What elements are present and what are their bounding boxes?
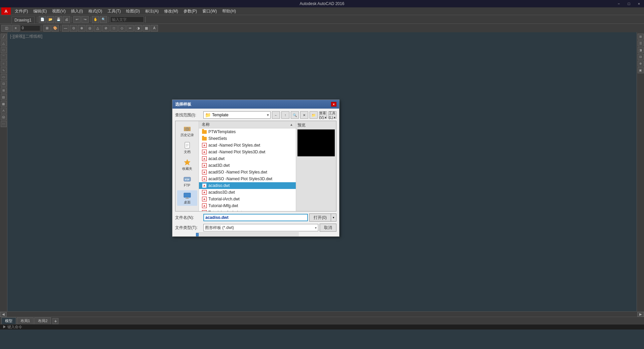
file-item-ptwtemplates[interactable]: PTWTemplates <box>199 128 296 135</box>
nav-history[interactable]: 历史记录 <box>177 123 197 139</box>
nav-favorites[interactable]: 收藏夹 <box>177 157 197 172</box>
layer-btn[interactable]: ◫ <box>1 25 11 32</box>
file-item-acadiso3d[interactable]: acadiso3D.dwt <box>199 189 296 196</box>
sel-btn[interactable]: ▦ <box>143 25 150 32</box>
layer2-btn[interactable]: ≡ <box>12 25 19 32</box>
menu-help[interactable]: 帮助(H) <box>219 8 239 15</box>
osnap-btn[interactable]: △ <box>94 25 102 32</box>
undo-btn[interactable]: ↩ <box>73 16 81 23</box>
otrack-btn[interactable]: ⊘ <box>102 25 110 32</box>
draw-circle-btn[interactable]: ○ <box>1 61 7 67</box>
redo-btn[interactable]: ↪ <box>81 16 89 23</box>
color-btn[interactable]: 🎨 <box>51 25 59 32</box>
right-panel-btn-3[interactable]: ◨ <box>638 47 644 53</box>
dyn-btn[interactable]: ◇ <box>118 25 126 32</box>
open-dropdown-arrow[interactable]: ▾ <box>331 214 336 222</box>
cancel-button[interactable]: 取消 <box>320 224 336 232</box>
snap-btn[interactable]: ⊙ <box>70 25 77 32</box>
hatch-btn[interactable]: ⊞ <box>1 87 7 93</box>
menu-window[interactable]: 窗口(W) <box>200 8 219 15</box>
search-web-btn[interactable]: 🔍 <box>291 111 299 119</box>
print-btn[interactable]: 🖨 <box>63 16 70 23</box>
transp-btn[interactable]: ◑ <box>134 25 142 32</box>
layer-input[interactable]: 0 <box>20 25 40 31</box>
menu-draw[interactable]: 绘图(D) <box>123 8 143 15</box>
text-btn[interactable]: A <box>1 108 7 114</box>
draw-ellipse-btn[interactable]: ⬭ <box>1 74 7 80</box>
file-list-hscrollbar[interactable] <box>196 232 299 236</box>
close-button[interactable]: × <box>634 0 644 7</box>
save-btn[interactable]: 💾 <box>55 16 62 23</box>
open-btn[interactable]: 📂 <box>47 16 54 23</box>
bottom-scrollbar[interactable]: ◀ ▶ <box>0 311 644 317</box>
dialog-close-button[interactable]: × <box>331 102 336 107</box>
file-item-acadiso-named[interactable]: acadISO -Named Plot Styles.dwt <box>199 169 296 176</box>
hscroll-left-btn[interactable]: ◀ <box>0 312 7 317</box>
file-item-acad[interactable]: acad.dwt <box>199 155 296 162</box>
annot-btn[interactable]: A <box>151 25 158 32</box>
more-btn[interactable]: ⋯ <box>1 121 7 127</box>
right-panel-btn-1[interactable]: ⊞ <box>638 34 644 40</box>
polar-btn[interactable]: ◎ <box>86 25 93 32</box>
tab-model[interactable]: 模型 <box>1 317 16 324</box>
open-button[interactable]: 打开(0) <box>309 214 331 222</box>
autocad-logo[interactable]: A <box>1 7 11 15</box>
hscroll-right-btn[interactable]: ▶ <box>637 312 644 317</box>
menu-tools[interactable]: 工具(T) <box>105 8 123 15</box>
draw-poly-btn[interactable]: △ <box>1 40 7 46</box>
ortho-btn[interactable]: ⊕ <box>78 25 85 32</box>
location-select[interactable]: 📁 Template ▾ <box>203 111 271 119</box>
drawing-tab[interactable]: Drawing1 <box>11 16 35 24</box>
prop-btn[interactable]: ⊞ <box>43 25 51 32</box>
minimize-button[interactable]: − <box>614 0 624 7</box>
draw-line-btn[interactable]: ╱ <box>1 34 7 40</box>
filetype-select[interactable]: 图形样板 (*.dwt) ▾ <box>203 224 318 231</box>
hscroll-thumb[interactable] <box>196 233 199 236</box>
restore-button[interactable]: □ <box>624 0 634 7</box>
file-item-acad-named3d[interactable]: acad -Named Plot Styles3D.dwt <box>199 149 296 155</box>
draw-spline-btn[interactable]: ∿ <box>1 67 7 73</box>
delete-btn[interactable]: ✕ <box>300 111 308 119</box>
ducs-btn[interactable]: □ <box>110 25 118 32</box>
multitext-btn[interactable]: Ⓜ <box>1 114 7 120</box>
tab-add-btn[interactable]: + <box>52 318 58 324</box>
file-item-tutorial-march[interactable]: Tutorial-mArch.dwt <box>199 209 296 211</box>
menu-view[interactable]: 视图(V) <box>49 8 68 15</box>
file-item-sheetsets[interactable]: SheetSets <box>199 135 296 142</box>
insert-btn[interactable]: ⊡ <box>1 81 7 87</box>
draw-rect-btn[interactable]: □ <box>1 47 7 53</box>
nav-back-btn[interactable]: ← <box>272 111 280 119</box>
new-folder-btn[interactable]: 📁 <box>310 111 318 119</box>
gradient-btn[interactable]: ▤ <box>1 94 7 100</box>
region-btn[interactable]: ▩ <box>1 101 7 107</box>
menu-edit[interactable]: 编辑(E) <box>31 8 49 15</box>
menu-insert[interactable]: 插入(I) <box>68 8 85 15</box>
right-panel-btn-6[interactable]: ▣ <box>638 67 644 73</box>
menu-annotation[interactable]: 标注(A) <box>143 8 161 15</box>
right-panel-btn-4[interactable]: ⊟ <box>638 54 644 60</box>
search-input[interactable] <box>110 16 144 23</box>
nav-desktop[interactable]: 桌面 <box>177 190 197 206</box>
zoom-btn[interactable]: 🔍 <box>100 16 107 23</box>
menu-format[interactable]: 格式(O) <box>86 8 105 15</box>
file-item-acad3d[interactable]: acad3D.dwt <box>199 162 296 169</box>
line-btn[interactable]: — <box>62 25 69 32</box>
nav-ftp[interactable]: FTP FTP <box>177 173 197 189</box>
menu-modify[interactable]: 修改(M) <box>161 8 181 15</box>
new-btn[interactable]: 📄 <box>39 16 46 23</box>
menu-file[interactable]: 文件(F) <box>12 8 31 15</box>
hscroll-track[interactable] <box>7 312 637 316</box>
filename-input[interactable] <box>203 214 308 221</box>
nav-documents[interactable]: 文档 <box>177 140 197 155</box>
tab-layout1[interactable]: 布局1 <box>17 317 34 324</box>
tools-btn[interactable]: 工具(L) ▾ <box>328 111 336 119</box>
nav-up-btn[interactable]: ↑ <box>281 111 289 119</box>
file-item-tutorial-iarch[interactable]: Tutorial-iArch.dwt <box>199 196 296 202</box>
view-btn[interactable]: 查看(V) ▾ <box>319 111 327 119</box>
file-item-acadiso-named3d[interactable]: acadISO -Named Plot Styles3D.dwt <box>199 176 296 182</box>
menu-parameter[interactable]: 参数(P) <box>181 8 200 15</box>
right-panel-btn-5[interactable]: ⊕ <box>638 61 644 67</box>
file-item-acad-named[interactable]: acad -Named Plot Styles.dwt <box>199 142 296 149</box>
file-item-tutorial-imfg[interactable]: Tutorial-iMfg.dwt <box>199 202 296 209</box>
draw-arc-btn[interactable]: ⌒ <box>1 54 7 60</box>
